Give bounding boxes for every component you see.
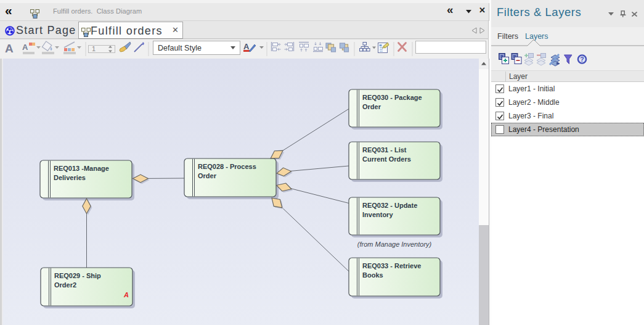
svg-text:REQ028 - Process: REQ028 - Process: [198, 163, 256, 170]
svg-text:1: 1: [92, 45, 96, 52]
svg-text:REQ029 - Ship: REQ029 - Ship: [54, 272, 101, 279]
svg-text:REQ030 - Package: REQ030 - Package: [362, 94, 422, 101]
svg-text:REQ031 - List: REQ031 - List: [362, 146, 407, 154]
svg-text:Order2: Order2: [54, 281, 76, 289]
svg-text:Deliveries: Deliveries: [54, 174, 86, 181]
svg-text:REQ013 -Manage: REQ013 -Manage: [54, 165, 109, 172]
svg-text:Order: Order: [362, 103, 381, 110]
svg-text:A: A: [123, 291, 129, 298]
svg-text:Current Orders: Current Orders: [362, 155, 411, 163]
svg-text:Books: Books: [362, 271, 383, 279]
svg-text:Inventory: Inventory: [362, 211, 393, 218]
svg-text:(from Manage Inventory): (from Manage Inventory): [357, 241, 432, 248]
svg-text:?: ?: [580, 56, 584, 63]
svg-text:REQ032 - Update: REQ032 - Update: [362, 202, 417, 209]
svg-text:Order: Order: [198, 172, 217, 179]
svg-text:A: A: [22, 43, 28, 52]
svg-text:A: A: [5, 42, 14, 55]
svg-text:Default Style: Default Style: [158, 44, 202, 52]
svg-text:REQ033 - Retrieve: REQ033 - Retrieve: [362, 262, 421, 269]
svg-text:A: A: [243, 42, 250, 51]
